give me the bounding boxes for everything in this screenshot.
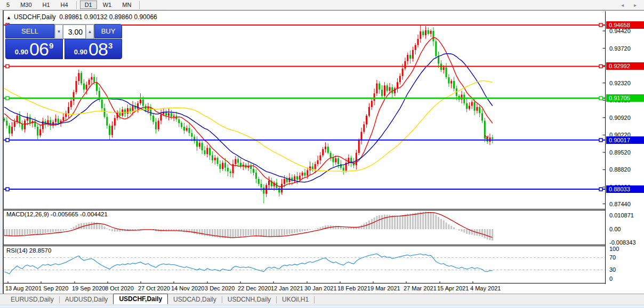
one-click-trading-panel: SELL ▼ ▲ BUY 0.90 06 9 0.90 08 3 (5, 24, 122, 59)
statusbar-strip (0, 305, 644, 308)
timeframe-button-m30[interactable]: M30 (15, 1, 36, 9)
line-handle (599, 64, 602, 68)
sell-price-button[interactable]: 0.90 06 9 (5, 39, 63, 59)
timeframe-button-d1[interactable]: D1 (80, 1, 97, 9)
rsi-indicator-label: RSI(14) 28.8570 (6, 247, 51, 254)
date-axis-label: 1 Sep 2020 (38, 285, 68, 291)
tab-separator (314, 296, 315, 303)
line-handle (6, 139, 9, 142)
price-tag: 0.94658 (606, 21, 644, 29)
price-tag: 0.92992 (606, 62, 644, 70)
sell-price-pip: 9 (49, 41, 53, 50)
price-scale-label: 0.93720 (609, 45, 631, 52)
rsi-line (4, 254, 493, 274)
price-scale-label: 0.89520 (609, 149, 631, 156)
line-handle (599, 96, 602, 100)
volume-decrease-button[interactable]: ▼ (55, 25, 63, 39)
date-axis-label: 27 Mar 2021 (404, 285, 437, 291)
date-axis-label: 3 Dec 2020 (205, 285, 235, 291)
date-axis-label: 27 Oct 2020 (138, 285, 170, 291)
application-window: 5M30H1H4D1W1MN ▲USDCHF,Daily 0.89861 0.9… (0, 0, 644, 308)
date-axis-label: 13 Aug 2020 (5, 285, 38, 291)
ma-line-48 (4, 80, 493, 171)
tab-eurusd[interactable]: EURUSD,Daily (5, 295, 59, 304)
line-handle (6, 96, 9, 100)
date-axis-label: 14 Nov 2020 (171, 285, 204, 291)
symbol-tabbar: EURUSD,DailyAUDUSD,DailyUSDCHF,DailyUSDC… (0, 294, 644, 305)
sell-price-main: 06 (29, 39, 49, 60)
date-axis-label: 9 Mar 2021 (371, 285, 400, 291)
chart-title: ▲USDCHF,Daily 0.89861 0.90132 0.89860 0.… (6, 13, 157, 21)
tab-scroll-arrows[interactable]: ◂ ▸ (621, 2, 641, 8)
date-axis-label: 18 Feb 2021 (337, 285, 371, 291)
buy-price-main: 08 (88, 39, 108, 60)
price-scale-label: 0.88820 (609, 166, 631, 173)
sell-button[interactable]: SELL (5, 24, 54, 38)
tab-audusd[interactable]: AUDUSD,Daily (60, 295, 114, 304)
volume-widget: ▼ ▲ (54, 24, 94, 39)
timeframe-button-mn[interactable]: MN (117, 1, 136, 9)
date-axis: 13 Aug 20201 Sep 202019 Sep 20208 Oct 20… (0, 285, 644, 293)
price-scale-label: 0.87440 (609, 201, 631, 207)
macd-scale-label: -0.008343 (609, 239, 636, 246)
chart-collapse-icon[interactable]: ▲ (6, 15, 11, 20)
price-tag: 0.91705 (606, 94, 644, 102)
price-axis: 0.944200.937200.930200.923200.916200.909… (606, 11, 644, 285)
tab-usdcad[interactable]: USDCAD,Daily (168, 295, 222, 304)
toolbar-separator (139, 1, 140, 9)
volume-increase-button[interactable]: ▲ (86, 25, 94, 39)
line-handle (6, 188, 9, 191)
buy-price-prefix: 0.90 (74, 48, 87, 56)
price-tag: 0.90017 (606, 136, 644, 144)
date-axis-label: 8 Oct 2020 (105, 285, 134, 291)
rsi-scale-label: 30 (609, 266, 616, 273)
rsi-scale-label: 100 (609, 246, 619, 252)
rsi-scale-label: 70 (609, 254, 616, 261)
sell-price-prefix: 0.90 (15, 48, 28, 56)
buy-price-button[interactable]: 0.90 08 3 (65, 39, 122, 59)
tab-ukoil[interactable]: UKOil,H1 (277, 295, 314, 304)
chart-symbol-label: USDCHF,Daily (14, 13, 56, 21)
price-tag: 0.88033 (606, 185, 644, 193)
timeframe-button-w1[interactable]: W1 (98, 1, 117, 9)
price-scale-label: 0.92320 (609, 80, 631, 86)
buy-price-pip: 3 (108, 41, 112, 50)
rsi-scale-label: 0 (609, 275, 613, 282)
date-axis-label: 30 Jan 2021 (304, 285, 337, 291)
buy-button[interactable]: BUY (94, 24, 122, 38)
toolbar-separator (76, 1, 77, 9)
date-axis-label: 4 May 2021 (470, 285, 501, 291)
macd-indicator-label: MACD(12,26,9) -0.005665 -0.004421 (6, 211, 108, 217)
line-handle (599, 23, 602, 27)
date-axis-label: 12 Jan 2021 (271, 285, 303, 291)
macd-scale-label: 0.00 (609, 226, 621, 232)
macd-scale-label: 0.010871 (609, 212, 634, 218)
timeframe-button-5[interactable]: 5 (2, 1, 14, 9)
timeframe-toolbar: 5M30H1H4D1W1MN (0, 0, 644, 10)
timeframe-button-h4[interactable]: H4 (56, 1, 73, 9)
chart-ohlc-values: 0.89861 0.90132 0.89860 0.90066 (59, 13, 157, 21)
volume-input[interactable] (63, 25, 86, 39)
date-axis-label: 19 Sep 2020 (72, 285, 105, 291)
line-handle (6, 64, 9, 68)
tab-usdcnh[interactable]: USDCNH,Daily (222, 295, 276, 304)
date-axis-label: 22 Dec 2020 (238, 285, 271, 291)
line-handle (599, 139, 602, 142)
tab-usdchf[interactable]: USDCHF,Daily (113, 294, 168, 304)
date-axis-label: 15 Apr 2021 (437, 285, 469, 291)
price-scale-label: 0.90920 (609, 115, 631, 121)
line-handle (599, 188, 602, 191)
timeframe-button-h1[interactable]: H1 (38, 1, 55, 9)
